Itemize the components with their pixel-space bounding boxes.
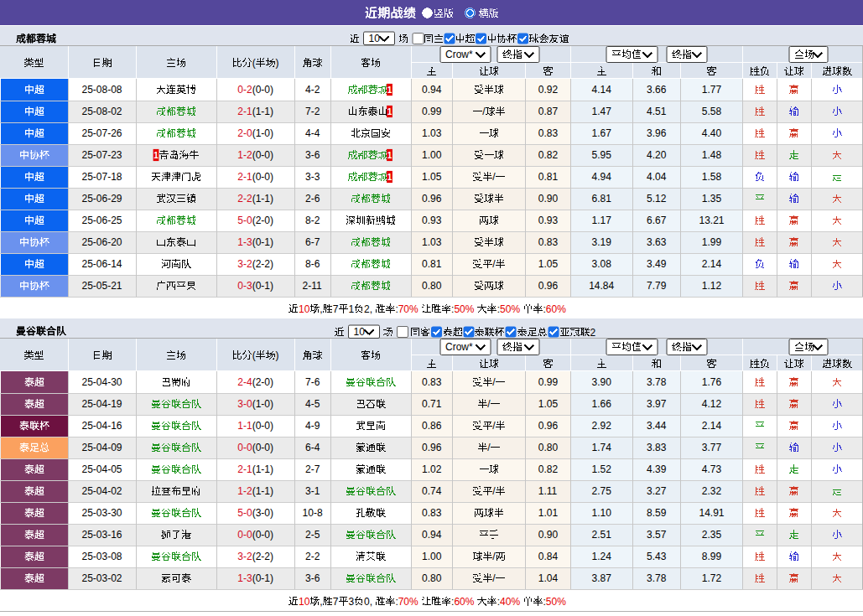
svg-text:0.96: 0.96 [422, 442, 442, 453]
svg-text:5-0: 5-0 [237, 215, 252, 226]
svg-text:3.27: 3.27 [647, 485, 667, 497]
svg-text:8-6: 8-6 [305, 258, 320, 270]
svg-text:0.96: 0.96 [538, 280, 559, 292]
svg-text:2-11: 2-11 [303, 280, 322, 292]
svg-text:3.90: 3.90 [592, 376, 612, 388]
svg-text:1.05: 1.05 [422, 171, 442, 183]
svg-text:3.83: 3.83 [647, 442, 667, 453]
svg-text:1.99: 1.99 [702, 236, 722, 248]
svg-text:0.86: 0.86 [422, 420, 442, 432]
svg-text:0.83: 0.83 [538, 236, 559, 248]
svg-text:6-4: 6-4 [305, 442, 320, 453]
svg-text:25-05-21: 25-05-21 [82, 280, 122, 292]
svg-text:,: , [320, 303, 322, 315]
svg-text:1: 1 [387, 107, 393, 116]
svg-text:(2-2): (2-2) [252, 258, 273, 270]
svg-text:0-3: 0-3 [237, 280, 252, 292]
svg-text:2.14: 2.14 [702, 420, 722, 432]
svg-text:1: 1 [387, 85, 393, 95]
svg-text:40%: 40% [500, 596, 520, 608]
svg-text:3.78: 3.78 [647, 376, 667, 388]
svg-text:10: 10 [299, 596, 310, 608]
svg-text:25-03-16: 25-03-16 [82, 529, 122, 541]
svg-text:(: ( [252, 57, 256, 69]
svg-text:1: 1 [387, 151, 393, 160]
svg-text:Crow*: Crow* [445, 341, 473, 353]
svg-text:(1-1): (1-1) [252, 193, 273, 204]
svg-text:0.74: 0.74 [422, 485, 442, 497]
svg-text:1.76: 1.76 [702, 376, 722, 388]
svg-text:1.03: 1.03 [422, 127, 442, 139]
svg-text:2.75: 2.75 [592, 485, 612, 497]
svg-text:8-2: 8-2 [305, 215, 320, 226]
svg-text:25-07-18: 25-07-18 [82, 171, 122, 183]
svg-text:1.74: 1.74 [592, 442, 612, 453]
svg-text:25-07-26: 25-07-26 [82, 127, 122, 139]
svg-text:0.87: 0.87 [538, 106, 559, 117]
svg-text:4-5: 4-5 [305, 398, 320, 410]
svg-text:14.84: 14.84 [589, 280, 614, 292]
svg-text:2-6: 2-6 [305, 193, 320, 204]
svg-text:10-8: 10-8 [303, 507, 323, 519]
svg-text:1.03: 1.03 [422, 236, 442, 248]
svg-text:25-03-02: 25-03-02 [82, 572, 122, 584]
svg-text:50%: 50% [500, 303, 520, 315]
svg-text:2-7: 2-7 [305, 463, 320, 475]
svg-text:3-6: 3-6 [305, 149, 320, 161]
svg-text:1-2: 1-2 [237, 485, 252, 497]
svg-text:0.99: 0.99 [422, 106, 442, 117]
svg-text:0.81: 0.81 [538, 171, 559, 183]
svg-text:10: 10 [299, 303, 310, 315]
svg-text:0.81: 0.81 [422, 258, 442, 270]
svg-text:1: 1 [348, 303, 354, 315]
svg-text:25-04-19: 25-04-19 [82, 398, 122, 410]
svg-text:60%: 60% [546, 303, 566, 315]
svg-text:25-04-16: 25-04-16 [82, 420, 122, 432]
svg-text:): ) [276, 349, 279, 361]
svg-text:2-1: 2-1 [237, 106, 252, 117]
svg-text:25-03-08: 25-03-08 [82, 551, 122, 562]
svg-text:1.77: 1.77 [702, 84, 722, 96]
svg-text:2: 2 [590, 327, 596, 339]
svg-text:1.01: 1.01 [538, 507, 559, 519]
svg-text:1-3: 1-3 [237, 236, 252, 248]
svg-text:13.21: 13.21 [699, 215, 725, 226]
svg-text:3-1: 3-1 [305, 485, 320, 497]
svg-text:0.93: 0.93 [422, 215, 442, 226]
svg-text:(0-1): (0-1) [252, 572, 273, 584]
svg-text:3: 3 [348, 596, 354, 608]
svg-text:(0-0): (0-0) [252, 420, 273, 432]
svg-text:1.58: 1.58 [702, 171, 722, 183]
svg-text:3.44: 3.44 [647, 420, 667, 432]
svg-text:3.87: 3.87 [592, 572, 612, 584]
svg-text:4.20: 4.20 [647, 149, 667, 161]
svg-text:1-3: 1-3 [237, 572, 252, 584]
svg-text:70%: 70% [398, 596, 419, 608]
svg-text:4.94: 4.94 [592, 171, 612, 183]
svg-text:1.66: 1.66 [592, 398, 612, 410]
svg-text:(2-0): (2-0) [252, 215, 273, 226]
svg-text:7: 7 [333, 596, 339, 608]
svg-text:2-2: 2-2 [237, 193, 252, 204]
svg-text:3.96: 3.96 [647, 127, 667, 139]
svg-text:5.43: 5.43 [647, 551, 667, 562]
svg-text:2-1: 2-1 [237, 171, 252, 183]
svg-text:0-0: 0-0 [237, 529, 252, 541]
svg-text:4.39: 4.39 [647, 463, 667, 475]
svg-text:25-06-20: 25-06-20 [82, 236, 122, 248]
svg-text:1.11: 1.11 [538, 485, 558, 497]
svg-text:4.14: 4.14 [592, 84, 612, 96]
svg-text:1: 1 [153, 151, 159, 160]
svg-text:10: 10 [354, 326, 366, 338]
svg-text:1.72: 1.72 [702, 572, 722, 584]
svg-text:2-4: 2-4 [237, 376, 252, 388]
svg-text:25-06-14: 25-06-14 [82, 258, 122, 270]
svg-text:1.10: 1.10 [592, 507, 612, 519]
svg-text:7-6: 7-6 [305, 376, 320, 388]
svg-text:2.14: 2.14 [702, 258, 722, 270]
svg-text:4.12: 4.12 [702, 398, 722, 410]
svg-text:0.94: 0.94 [422, 529, 442, 541]
svg-text:1-2: 1-2 [237, 149, 252, 161]
svg-text:25-07-23: 25-07-23 [82, 149, 122, 161]
svg-text:(0-0): (0-0) [252, 442, 273, 453]
